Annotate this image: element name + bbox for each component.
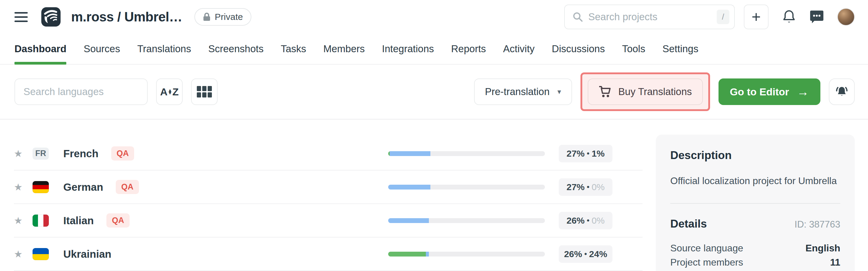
language-name-link[interactable]: Italian <box>63 215 94 227</box>
qa-badge[interactable]: QA <box>106 213 130 227</box>
progress-percent-badge[interactable]: 27% • 0% <box>559 178 613 196</box>
top-bar: m.ross / Umbrel… Private / + <box>0 0 868 34</box>
progress-translated-segment <box>426 252 429 256</box>
translated-percent: 26% <box>564 249 582 259</box>
language-search-box[interactable] <box>14 78 148 105</box>
language-search-input[interactable] <box>24 86 138 98</box>
announcements-button[interactable] <box>829 78 855 105</box>
search-icon <box>572 12 583 22</box>
panel-divider <box>670 203 840 204</box>
percent-separator-dot: • <box>587 149 590 158</box>
go-to-editor-label: Go to Editor <box>730 86 789 98</box>
tab-tasks[interactable]: Tasks <box>281 34 306 64</box>
tab-settings[interactable]: Settings <box>662 34 698 64</box>
tab-screenshots[interactable]: Screenshots <box>208 34 264 64</box>
tab-integrations[interactable]: Integrations <box>382 34 434 64</box>
arrow-right-icon: → <box>797 86 809 98</box>
translated-percent: 27% <box>567 182 585 192</box>
grid-view-icon <box>197 86 212 98</box>
tab-activity[interactable]: Activity <box>503 34 535 64</box>
favorite-star-icon[interactable]: ★ <box>14 215 33 226</box>
translated-percent: 27% <box>567 148 585 159</box>
notifications-bell-icon[interactable] <box>782 10 796 24</box>
details-rows: Source languageEnglishProject members11W… <box>670 241 840 271</box>
tab-members[interactable]: Members <box>323 34 365 64</box>
detail-row: Words to translate2 898 <box>670 269 840 271</box>
approved-percent: 24% <box>589 249 607 259</box>
percent-separator-dot: • <box>587 216 590 225</box>
language-flag-icon <box>33 215 49 227</box>
detail-label: Words to translate <box>670 269 748 271</box>
translation-progress-bar[interactable] <box>388 252 545 256</box>
dashboard-main: ★ FR French QA 27% • 1% ★ German QA 27% … <box>0 119 868 271</box>
bell-ring-icon <box>835 85 849 99</box>
progress-percent-badge[interactable]: 26% • 0% <box>559 212 613 229</box>
progress-translated-segment <box>388 185 430 190</box>
approved-percent: 0% <box>592 215 604 226</box>
translated-percent: 26% <box>567 215 585 226</box>
progress-percent-badge[interactable]: 26% • 24% <box>559 245 613 263</box>
buy-translations-label: Buy Translations <box>618 86 692 98</box>
language-row[interactable]: ★ German QA 27% • 0% <box>14 170 643 204</box>
progress-translated-segment <box>388 218 429 223</box>
language-name-link[interactable]: German <box>63 181 103 193</box>
go-to-editor-button[interactable]: Go to Editor → <box>718 78 820 105</box>
translation-progress-bar[interactable] <box>388 218 545 223</box>
tab-tools[interactable]: Tools <box>622 34 645 64</box>
lock-icon <box>203 12 211 21</box>
tab-discussions[interactable]: Discussions <box>552 34 605 64</box>
search-shortcut-hint: / <box>717 10 730 24</box>
favorite-star-icon[interactable]: ★ <box>14 148 33 159</box>
language-list: ★ FR French QA 27% • 1% ★ German QA 27% … <box>14 137 643 271</box>
qa-badge[interactable]: QA <box>116 180 139 194</box>
favorite-star-icon[interactable]: ★ <box>14 248 33 260</box>
project-title[interactable]: m.ross / Umbrel… <box>71 9 182 24</box>
progress-approved-segment <box>388 252 426 256</box>
pre-translation-label: Pre-translation <box>485 86 550 98</box>
grid-view-button[interactable] <box>191 78 218 105</box>
details-title: Details <box>670 218 707 230</box>
detail-label: Source language <box>670 241 743 255</box>
language-row[interactable]: ★ Ukrainian 26% • 24% <box>14 238 643 271</box>
user-avatar[interactable] <box>837 8 855 26</box>
project-search-box[interactable]: / <box>564 4 735 29</box>
percent-separator-dot: • <box>584 249 587 259</box>
language-row[interactable]: ★ Italian QA 26% • 0% <box>14 204 643 238</box>
detail-row: Project members11 <box>670 255 840 269</box>
percent-separator-dot: • <box>587 182 590 192</box>
create-project-button[interactable]: + <box>744 4 769 29</box>
detail-label: Project members <box>670 255 743 269</box>
sort-languages-button[interactable]: A▴▾Z <box>156 78 183 105</box>
dashboard-toolbar: A▴▾Z Pre-translation ▾ Buy Translations … <box>0 64 868 119</box>
language-name-link[interactable]: Ukrainian <box>63 248 112 260</box>
private-badge: Private <box>194 8 251 26</box>
crowdin-logo-icon[interactable] <box>41 7 61 27</box>
language-flag-icon <box>33 248 49 260</box>
project-info-panel: Description Official localization projec… <box>656 135 855 271</box>
tab-reports[interactable]: Reports <box>451 34 486 64</box>
hamburger-menu-icon[interactable] <box>14 12 28 22</box>
private-badge-label: Private <box>215 12 243 22</box>
qa-badge[interactable]: QA <box>111 146 134 161</box>
project-search-input[interactable] <box>588 11 711 23</box>
language-name-link[interactable]: French <box>63 147 98 160</box>
messages-chat-icon[interactable] <box>809 10 824 24</box>
favorite-star-icon[interactable]: ★ <box>14 181 33 193</box>
progress-percent-badge[interactable]: 27% • 1% <box>559 145 613 162</box>
buy-translations-button[interactable]: Buy Translations <box>588 78 703 105</box>
detail-value: 11 <box>830 255 840 269</box>
a-z-sort-icon: A▴▾Z <box>160 86 179 98</box>
detail-value: 2 898 <box>816 269 840 271</box>
progress-translated-segment <box>390 151 430 156</box>
buy-translations-highlight-annotation: Buy Translations <box>581 73 710 111</box>
language-row[interactable]: ★ FR French QA 27% • 1% <box>14 137 643 170</box>
tab-sources[interactable]: Sources <box>84 34 120 64</box>
translation-progress-bar[interactable] <box>388 151 545 156</box>
pre-translation-dropdown[interactable]: Pre-translation ▾ <box>474 78 572 105</box>
language-flag-icon <box>33 181 49 193</box>
shopping-cart-icon <box>598 85 611 98</box>
tab-dashboard[interactable]: Dashboard <box>14 34 66 64</box>
tab-translations[interactable]: Translations <box>137 34 191 64</box>
project-nav-tabs: DashboardSourcesTranslationsScreenshotsT… <box>0 34 868 64</box>
translation-progress-bar[interactable] <box>388 185 545 190</box>
